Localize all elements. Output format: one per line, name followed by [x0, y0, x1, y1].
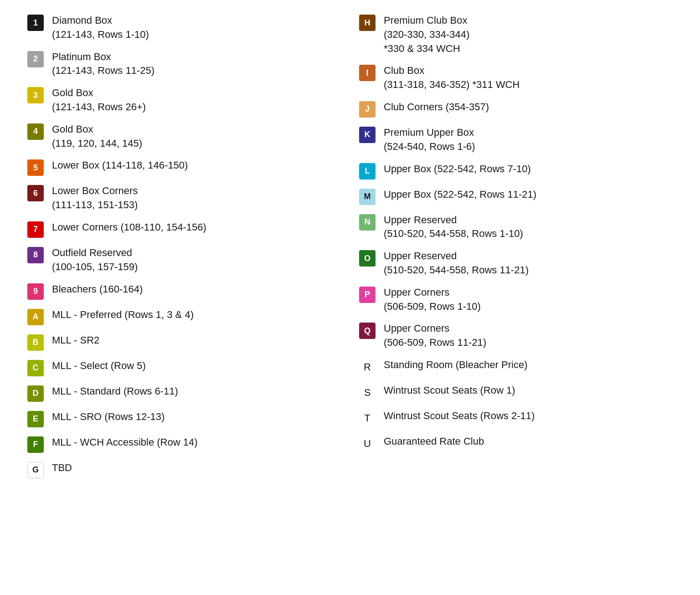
left-column: 1Diamond Box(121-143, Rows 1-10)2Platinu…	[18, 9, 350, 491]
legend-item: LUpper Box (522-542, Rows 7-10)	[359, 162, 673, 180]
main-text: TBD	[52, 462, 72, 473]
main-text: Gold Box	[52, 123, 93, 135]
badge: R	[359, 359, 376, 375]
legend-item: QUpper Corners(506-509, Rows 11-21)	[359, 322, 673, 350]
main-text: MLL - Preferred (Rows 1, 3 & 4)	[52, 309, 194, 320]
sub-text: (311-318, 346-352) *311 WCH	[384, 78, 520, 92]
main-text: Upper Box (522-542, Rows 7-10)	[384, 163, 531, 174]
item-label: Guaranteed Rate Club	[384, 435, 484, 449]
badge: 6	[27, 185, 44, 201]
legend-item: RStanding Room (Bleacher Price)	[359, 358, 673, 375]
item-label: Upper Reserved(510-520, 544-558, Rows 11…	[384, 249, 529, 277]
legend-item: NUpper Reserved(510-520, 544-558, Rows 1…	[359, 213, 673, 241]
item-label: MLL - WCH Accessible (Row 14)	[52, 436, 197, 450]
legend-item: MUpper Box (522-542, Rows 11-21)	[359, 188, 673, 205]
sub-text: (121-143, Rows 1-10)	[52, 28, 149, 42]
item-label: Diamond Box(121-143, Rows 1-10)	[52, 14, 149, 42]
sub-text: (506-509, Rows 11-21)	[384, 336, 486, 350]
sub-text: (119, 120, 144, 145)	[52, 137, 142, 151]
main-text: MLL - WCH Accessible (Row 14)	[52, 436, 197, 448]
legend-item: 7Lower Corners (108-110, 154-156)	[27, 221, 341, 238]
badge: M	[359, 189, 376, 205]
item-label: Upper Box (522-542, Rows 7-10)	[384, 162, 531, 176]
legend-item: 2Platinum Box(121-143, Rows 11-25)	[27, 50, 341, 78]
legend-item: 9Bleachers (160-164)	[27, 282, 341, 300]
badge: 2	[27, 51, 44, 67]
legend-item: TWintrust Scout Seats (Rows 2-11)	[359, 409, 673, 426]
legend-item: CMLL - Select (Row 5)	[27, 359, 341, 376]
main-text: Club Box	[384, 65, 424, 76]
item-label: Lower Box (114-118, 146-150)	[52, 159, 188, 173]
main-text: Outfield Reserved	[52, 247, 132, 258]
legend-item: 8Outfield Reserved(100-105, 157-159)	[27, 246, 341, 274]
badge: A	[27, 309, 44, 325]
item-label: Upper Corners(506-509, Rows 1-10)	[384, 286, 481, 314]
item-label: Gold Box(121-143, Rows 26+)	[52, 86, 146, 114]
legend-item: 6Lower Box Corners(111-113, 151-153)	[27, 184, 341, 212]
sub-text: (111-113, 151-153)	[52, 198, 138, 212]
legend-item: KPremium Upper Box(524-540, Rows 1-6)	[359, 126, 673, 154]
item-label: Club Box(311-318, 346-352) *311 WCH	[384, 64, 520, 92]
badge: 9	[27, 283, 44, 300]
item-label: Upper Reserved(510-520, 544-558, Rows 1-…	[384, 213, 523, 241]
legend-item: AMLL - Preferred (Rows 1, 3 & 4)	[27, 308, 341, 325]
badge: Q	[359, 323, 376, 339]
badge: B	[27, 334, 44, 351]
main-text: Lower Box Corners	[52, 185, 138, 196]
legend-item: FMLL - WCH Accessible (Row 14)	[27, 436, 341, 453]
legend-item: EMLL - SRO (Rows 12-13)	[27, 410, 341, 427]
item-label: MLL - Select (Row 5)	[52, 359, 146, 373]
main-text: Premium Club Box	[384, 15, 467, 26]
item-label: Lower Box Corners(111-113, 151-153)	[52, 184, 138, 212]
sub-text: (524-540, Rows 1-6)	[384, 140, 475, 154]
item-label: Club Corners (354-357)	[384, 100, 489, 114]
item-label: Premium Upper Box(524-540, Rows 1-6)	[384, 126, 475, 154]
item-label: MLL - SRO (Rows 12-13)	[52, 410, 165, 424]
main-text: Upper Reserved	[384, 214, 457, 226]
badge: L	[359, 163, 376, 180]
sub-text: *330 & 334 WCH	[384, 42, 469, 56]
sub-text: (121-143, Rows 11-25)	[52, 64, 154, 78]
badge: 5	[27, 159, 44, 176]
sub-text: (510-520, 544-558, Rows 11-21)	[384, 263, 529, 277]
item-label: Gold Box(119, 120, 144, 145)	[52, 123, 142, 151]
legend-grid: 1Diamond Box(121-143, Rows 1-10)2Platinu…	[18, 9, 682, 491]
badge: F	[27, 436, 44, 453]
legend-item: 4Gold Box(119, 120, 144, 145)	[27, 123, 341, 151]
item-label: Upper Corners(506-509, Rows 11-21)	[384, 322, 486, 350]
sub-text: (510-520, 544-558, Rows 1-10)	[384, 227, 523, 241]
legend-item: BMLL - SR2	[27, 333, 341, 351]
main-text: Bleachers (160-164)	[52, 283, 143, 295]
main-text: MLL - SRO (Rows 12-13)	[52, 411, 165, 422]
item-label: Platinum Box(121-143, Rows 11-25)	[52, 50, 154, 78]
main-text: Premium Upper Box	[384, 127, 474, 138]
sub-text: (320-330, 334-344)	[384, 28, 469, 42]
item-label: MLL - SR2	[52, 333, 99, 348]
badge: H	[359, 15, 376, 31]
badge: 7	[27, 221, 44, 238]
item-label: Bleachers (160-164)	[52, 282, 143, 297]
right-column: HPremium Club Box(320-330, 334-344)*330 …	[350, 9, 682, 491]
legend-item: IClub Box(311-318, 346-352) *311 WCH	[359, 64, 673, 92]
legend-item: 1Diamond Box(121-143, Rows 1-10)	[27, 14, 341, 42]
badge: 3	[27, 87, 44, 103]
main-text: Guaranteed Rate Club	[384, 436, 484, 447]
legend-item: SWintrust Scout Seats (Row 1)	[359, 384, 673, 401]
main-text: MLL - Standard (Rows 6-11)	[52, 385, 178, 397]
badge: 4	[27, 123, 44, 140]
main-text: Upper Corners	[384, 287, 449, 298]
item-label: Upper Box (522-542, Rows 11-21)	[384, 188, 536, 202]
item-label: MLL - Standard (Rows 6-11)	[52, 385, 178, 399]
main-text: Platinum Box	[52, 51, 111, 62]
main-text: Upper Reserved	[384, 250, 457, 262]
item-label: Outfield Reserved(100-105, 157-159)	[52, 246, 138, 274]
main-text: MLL - Select (Row 5)	[52, 360, 146, 371]
legend-item: 5Lower Box (114-118, 146-150)	[27, 159, 341, 176]
badge: S	[359, 385, 376, 401]
badge: J	[359, 101, 376, 118]
badge: N	[359, 214, 376, 231]
sub-text: (100-105, 157-159)	[52, 260, 138, 274]
legend-item: OUpper Reserved(510-520, 544-558, Rows 1…	[359, 249, 673, 277]
sub-text: (506-509, Rows 1-10)	[384, 300, 481, 314]
badge: K	[359, 127, 376, 143]
